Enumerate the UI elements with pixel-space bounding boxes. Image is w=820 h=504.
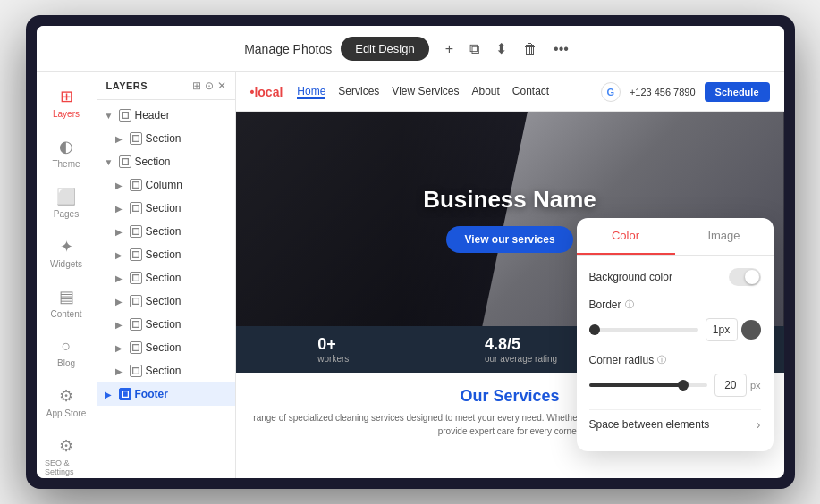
blog-icon: ○ <box>62 337 72 356</box>
corner-radius-value-input[interactable] <box>714 374 747 397</box>
sidebar-item-widgets[interactable]: ✦ Widgets <box>41 230 91 276</box>
space-between-row[interactable]: Space between elements › <box>589 409 761 439</box>
svg-rect-6 <box>132 252 139 258</box>
schedule-button[interactable]: Schedule <box>705 82 770 102</box>
layer-column-label: Column <box>146 179 182 191</box>
svg-rect-0 <box>122 113 128 119</box>
corner-radius-slider-thumb[interactable] <box>678 380 689 391</box>
layer-section-icon <box>130 272 142 284</box>
right-panel-tabs: Color Image <box>577 218 774 256</box>
align-icon-button[interactable]: ⬍ <box>488 35 514 63</box>
layer-section-icon <box>130 225 142 238</box>
more-icon-button[interactable]: ••• <box>546 36 576 63</box>
corner-radius-slider-fill <box>589 383 684 387</box>
layer-item-section-10[interactable]: ▶ Section <box>97 359 235 382</box>
layer-item-section-6[interactable]: ▶ Section <box>97 266 235 290</box>
sidebar-item-seo[interactable]: ⚙ SEO & Settings <box>41 429 91 478</box>
layer-section-icon <box>130 341 142 354</box>
border-value-input[interactable] <box>706 318 738 341</box>
layer-section-label: Section <box>146 272 182 284</box>
layer-section-icon <box>130 132 142 145</box>
toolbar-manage-photos: Manage Photos <box>244 42 332 56</box>
layer-item-section-8[interactable]: ▶ Section <box>97 313 235 336</box>
edit-design-button[interactable]: Edit Design <box>341 37 428 61</box>
sidebar-item-content[interactable]: ▤ Content <box>41 280 91 326</box>
svg-rect-5 <box>132 229 139 235</box>
corner-radius-section: Corner radius ⓘ px <box>589 354 761 397</box>
layer-section-icon <box>130 202 142 214</box>
hero-cta-button[interactable]: View our services <box>446 226 572 253</box>
layer-section-icon <box>130 248 142 261</box>
corner-radius-slider-track[interactable] <box>589 383 707 387</box>
stat-workers-label: workers <box>317 354 349 364</box>
corner-radius-slider-row: px <box>589 374 761 397</box>
layer-item-section-5[interactable]: ▶ Section <box>97 243 235 266</box>
layer-column-icon <box>130 179 142 191</box>
layer-header-label: Header <box>135 109 170 122</box>
layer-item-footer[interactable]: ▶ Footer <box>97 382 235 406</box>
sidebar-item-app-store[interactable]: ⚙ App Store <box>41 379 91 425</box>
nav-link-contact[interactable]: Contact <box>512 85 549 99</box>
layer-section-icon <box>130 318 142 331</box>
layers-actions: ⊞ ⊙ ✕ <box>192 80 226 92</box>
nav-link-view-services[interactable]: View Services <box>392 85 459 99</box>
content-area: ⊞ Layers ◐ Theme ⬜ Pages ✦ Widgets <box>37 72 784 478</box>
website-nav: •local Home Services View Services About… <box>236 72 784 112</box>
border-color-dot[interactable] <box>741 320 761 340</box>
svg-rect-4 <box>132 206 139 212</box>
sidebar-item-blog[interactable]: ○ Blog <box>41 330 91 375</box>
toolbar: Manage Photos Edit Design + ⧉ ⬍ 🗑 ••• <box>37 26 784 72</box>
pages-icon: ⬜ <box>56 187 76 206</box>
stat-rating: 4.8/5 our average rating <box>485 335 557 364</box>
layers-close-icon[interactable]: ✕ <box>217 80 226 92</box>
hero-content: Business Name View our services <box>423 186 596 253</box>
background-color-row: Background color <box>589 268 761 286</box>
layer-item-header[interactable]: ▼ Header <box>97 104 235 127</box>
layer-item-column[interactable]: ▶ Column <box>97 173 235 197</box>
svg-rect-3 <box>132 182 139 189</box>
layers-add-icon[interactable]: ⊞ <box>192 80 201 92</box>
layers-settings-icon[interactable]: ⊙ <box>205 80 214 92</box>
sidebar-item-pages[interactable]: ⬜ Pages <box>41 180 91 226</box>
layer-footer-label: Footer <box>135 388 168 400</box>
nav-right: G +123 456 7890 Schedule <box>601 82 770 102</box>
theme-icon: ◐ <box>59 137 73 156</box>
add-icon-button[interactable]: + <box>438 36 461 63</box>
laptop-container: Manage Photos Edit Design + ⧉ ⬍ 🗑 ••• ⊞ … <box>26 15 795 489</box>
layer-item-section-2[interactable]: ▼ Section <box>97 150 235 173</box>
layer-item-section-7[interactable]: ▶ Section <box>97 290 235 313</box>
tab-image[interactable]: Image <box>675 218 774 255</box>
layer-expand-arrow: ▶ <box>115 273 126 283</box>
layer-item-section-4[interactable]: ▶ Section <box>97 220 235 243</box>
google-logo: G <box>601 82 621 102</box>
sidebar-item-theme[interactable]: ◐ Theme <box>41 130 91 176</box>
corner-radius-label: Corner radius ⓘ <box>589 354 761 366</box>
seo-icon: ⚙ <box>59 436 73 456</box>
app-store-icon: ⚙ <box>59 386 73 406</box>
layer-expand-arrow: ▼ <box>105 111 115 121</box>
layer-section-icon <box>130 365 142 377</box>
layer-item-section-9[interactable]: ▶ Section <box>97 336 235 359</box>
border-slider-thumb[interactable] <box>589 324 600 335</box>
trash-icon-button[interactable]: 🗑 <box>516 36 545 63</box>
sidebar-item-layers[interactable]: ⊞ Layers <box>41 80 91 126</box>
stat-workers: 0+ workers <box>317 335 349 364</box>
layer-expand-arrow: ▶ <box>105 390 115 399</box>
nav-logo: •local <box>250 85 283 99</box>
layer-item-section-1[interactable]: ▶ Section <box>97 127 235 150</box>
layer-item-section-3[interactable]: ▶ Section <box>97 197 235 220</box>
copy-icon-button[interactable]: ⧉ <box>462 36 486 63</box>
border-slider-track[interactable] <box>589 328 698 332</box>
nav-link-about[interactable]: About <box>471 85 499 99</box>
nav-link-home[interactable]: Home <box>297 85 325 99</box>
border-info-icon: ⓘ <box>625 298 634 311</box>
layers-header: LAYERS ⊞ ⊙ ✕ <box>97 72 235 100</box>
nav-link-services[interactable]: Services <box>338 85 379 99</box>
background-color-toggle[interactable] <box>729 268 761 286</box>
layer-section-icon <box>130 295 142 307</box>
tab-color[interactable]: Color <box>577 218 675 255</box>
border-slider-row <box>589 318 761 341</box>
border-label: Border ⓘ <box>589 298 761 311</box>
layer-section-label: Section <box>146 295 182 307</box>
right-panel: Color Image Background color Border <box>577 218 774 451</box>
